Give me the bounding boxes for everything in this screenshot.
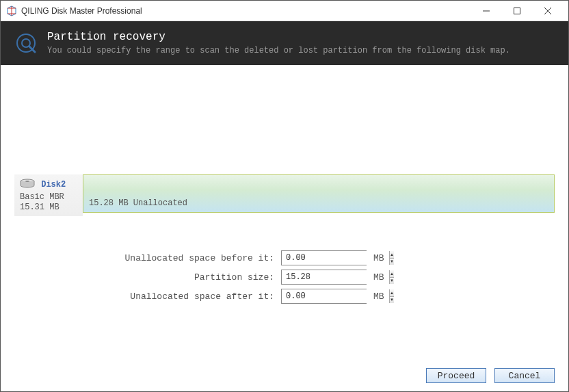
spinner-down-icon[interactable]: ▼ bbox=[390, 278, 394, 285]
disk-name: Disk2 bbox=[41, 180, 66, 190]
window-title: QILING Disk Master Professional bbox=[21, 6, 471, 16]
row-unallocated-before: Unallocated space before it: ▲ ▼ MB bbox=[14, 250, 555, 265]
page-header: Partition recovery You could specify the… bbox=[1, 21, 568, 65]
label-unallocated-after: Unallocated space after it: bbox=[14, 291, 281, 302]
spinner-down-icon[interactable]: ▼ bbox=[390, 297, 394, 304]
spinner-up-icon[interactable]: ▲ bbox=[390, 270, 394, 278]
titlebar: QILING Disk Master Professional bbox=[1, 1, 568, 21]
svg-rect-1 bbox=[514, 8, 520, 14]
disk-drive-icon bbox=[20, 179, 35, 191]
spinner-up-icon[interactable]: ▲ bbox=[390, 251, 394, 259]
footer-buttons: Proceed Cancel bbox=[426, 368, 555, 383]
input-partition-size[interactable]: ▲ ▼ bbox=[281, 270, 367, 285]
header-title: Partition recovery bbox=[47, 31, 510, 43]
disk-info: Disk2 Basic MBR 15.31 MB bbox=[14, 174, 83, 216]
unit-before: MB bbox=[373, 253, 384, 263]
proceed-button[interactable]: Proceed bbox=[426, 368, 486, 383]
maximize-button[interactable] bbox=[501, 1, 532, 21]
close-button[interactable] bbox=[532, 1, 563, 21]
disk-type: Basic MBR bbox=[20, 192, 77, 202]
label-partition-size: Partition size: bbox=[14, 272, 281, 283]
svg-point-8 bbox=[25, 181, 29, 182]
window-controls bbox=[471, 1, 563, 21]
header-subtitle: You could specify the range to scan the … bbox=[47, 46, 510, 55]
disk-map: Disk2 Basic MBR 15.31 MB 15.28 MB Unallo… bbox=[14, 174, 555, 216]
input-unallocated-after[interactable]: ▲ ▼ bbox=[281, 289, 367, 304]
row-partition-size: Partition size: ▲ ▼ MB bbox=[14, 270, 555, 285]
disk-size: 15.31 MB bbox=[20, 202, 77, 212]
app-icon bbox=[6, 5, 17, 16]
content-area: Disk2 Basic MBR 15.31 MB 15.28 MB Unallo… bbox=[1, 65, 568, 391]
disk-allocation-bar[interactable]: 15.28 MB Unallocated bbox=[83, 174, 555, 213]
minimize-button[interactable] bbox=[471, 1, 501, 21]
spinner-down-icon[interactable]: ▼ bbox=[390, 259, 394, 265]
allocation-text: 15.28 MB Unallocated bbox=[89, 198, 187, 208]
cancel-button[interactable]: Cancel bbox=[494, 368, 555, 383]
input-unallocated-before[interactable]: ▲ ▼ bbox=[281, 250, 367, 265]
row-unallocated-after: Unallocated space after it: ▲ ▼ MB bbox=[14, 289, 555, 304]
unit-size: MB bbox=[373, 272, 384, 283]
unit-after: MB bbox=[373, 291, 384, 302]
label-unallocated-before: Unallocated space before it: bbox=[14, 253, 281, 263]
spinner-up-icon[interactable]: ▲ bbox=[390, 289, 394, 297]
recovery-icon bbox=[14, 31, 38, 55]
form-area: Unallocated space before it: ▲ ▼ MB Part… bbox=[14, 250, 555, 304]
